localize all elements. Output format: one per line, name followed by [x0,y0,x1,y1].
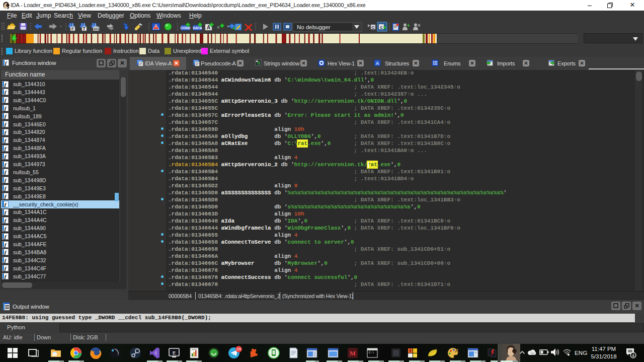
svg-text:C: C [372,25,375,30]
svg-text:No debugger: No debugger [297,24,331,30]
svg-text:c: c [380,25,382,30]
svg-text:E: E [173,350,176,355]
svg-text:+: + [407,23,410,28]
svg-text:CODE: CODE [180,26,191,30]
svg-text:×: × [418,23,421,28]
svg-text:#: # [71,26,73,31]
svg-text:T: T [83,26,86,31]
svg-text:C:\: C:\ [369,351,374,354]
svg-text:4: 4 [632,353,634,358]
svg-text:A: A [376,61,379,66]
svg-text:×: × [217,25,220,30]
svg-text:M: M [350,349,356,357]
svg-text:101: 101 [93,27,99,31]
